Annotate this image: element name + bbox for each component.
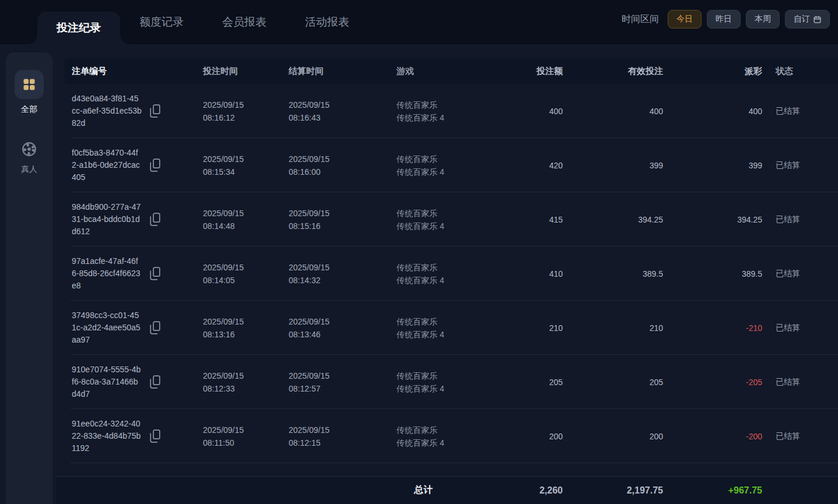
- settle-time: 08:16:43: [289, 111, 397, 124]
- bet-id: 97a1acfe-47af-46f6-85d8-26cf4f6623e8: [72, 255, 142, 292]
- settle-time: 08:13:46: [289, 328, 397, 341]
- total-valid-bet: 2,197.75: [563, 485, 663, 496]
- time-range-button[interactable]: 本周: [746, 10, 780, 29]
- column-header: 投注额: [490, 66, 563, 77]
- table-footer: 总计 2,260 2,197.75 +967.75: [56, 476, 838, 504]
- settle-time-cell: 2025/09/15 08:16:00: [289, 153, 397, 178]
- game-name: 传统百家乐: [397, 98, 490, 111]
- time-range-button-label: 本周: [755, 14, 771, 24]
- bet-time: 08:14:05: [203, 274, 289, 287]
- total-label: 总计: [397, 484, 490, 496]
- tab-item[interactable]: 活动报表: [286, 0, 369, 44]
- table-row: 97a1acfe-47af-46f6-85d8-26cf4f6623e8 202…: [64, 246, 838, 301]
- copy-icon[interactable]: [150, 213, 160, 226]
- bet-amount: 205: [490, 378, 563, 387]
- payout: -205: [663, 378, 762, 387]
- payout: -200: [663, 432, 762, 441]
- bet-time-cell: 2025/09/15 08:12:33: [203, 369, 289, 395]
- bet-id: 37498cc3-cc01-451c-a2d2-4aee50a5aa97: [72, 309, 142, 346]
- settle-time-cell: 2025/09/15 08:15:16: [289, 207, 397, 232]
- time-range-button-label: 自订: [794, 14, 810, 24]
- bet-time-cell: 2025/09/15 08:11:50: [203, 424, 289, 449]
- tab-item[interactable]: 额度记录: [120, 0, 203, 44]
- tab-item[interactable]: 会员报表: [203, 0, 286, 44]
- game-cell: 传统百家乐 传统百家乐 4: [397, 369, 490, 395]
- status-text: 已结算: [762, 323, 838, 333]
- table-row: f0cf5ba3-8470-44f2-a1b6-0de27dcac405 202…: [64, 138, 838, 192]
- game-cell: 传统百家乐 传统百家乐 4: [397, 153, 490, 178]
- valid-bet: 394.25: [563, 215, 663, 224]
- bet-id: 91ee0c24-3242-4022-833e-4d84b75b1192: [72, 418, 142, 454]
- copy-icon[interactable]: [150, 104, 160, 118]
- settle-date: 2025/09/15: [289, 369, 397, 382]
- sidebar-item-live[interactable]: 真人: [15, 139, 44, 175]
- bet-date: 2025/09/15: [203, 153, 289, 165]
- bet-date: 2025/09/15: [203, 315, 289, 328]
- sidebar-item-all[interactable]: 全部: [15, 70, 44, 115]
- payout: 394.25: [663, 215, 762, 224]
- column-header: 游戏: [397, 65, 490, 77]
- copy-icon[interactable]: [150, 267, 160, 280]
- column-header: 派彩: [663, 66, 762, 77]
- sidebar-item-live-label: 真人: [21, 164, 37, 175]
- time-filter: 时间区间 今日昨日本周自订: [622, 10, 830, 29]
- settle-date: 2025/09/15: [289, 98, 397, 111]
- game-table: 传统百家乐 4: [397, 274, 490, 287]
- column-header: 投注时间: [203, 65, 289, 77]
- game-cell: 传统百家乐 传统百家乐 4: [397, 98, 490, 124]
- copy-icon[interactable]: [150, 429, 160, 443]
- betting-records-screen: 投注纪录额度记录会员报表活动报表 时间区间 今日昨日本周自订 全部: [0, 0, 838, 504]
- table-header: 注单编号投注时间结算时间游戏投注额有效投注派彩状态: [64, 58, 838, 84]
- settle-time: 08:12:15: [289, 436, 397, 449]
- game-name: 传统百家乐: [397, 153, 490, 165]
- game-table: 传统百家乐 4: [397, 220, 490, 232]
- game-cell: 传统百家乐 传统百家乐 4: [397, 424, 490, 449]
- time-range-button[interactable]: 昨日: [707, 10, 741, 29]
- bet-id: 984db900-277a-4731-bca4-bddc0b1dd612: [72, 201, 142, 238]
- status-text: 已结算: [762, 431, 838, 442]
- bet-amount: 200: [490, 432, 563, 441]
- valid-bet: 389.5: [563, 269, 663, 279]
- time-range-button[interactable]: 自订: [785, 10, 830, 29]
- settle-time-cell: 2025/09/15 08:13:46: [289, 315, 397, 341]
- settle-time: 08:15:16: [289, 220, 397, 232]
- bet-id-cell: 91ee0c24-3242-4022-833e-4d84b75b1192: [72, 418, 203, 454]
- copy-icon[interactable]: [150, 375, 160, 389]
- bet-time: 08:16:12: [203, 111, 289, 124]
- settle-time: 08:14:32: [289, 274, 397, 287]
- bet-date: 2025/09/15: [203, 369, 289, 382]
- total-bet-amount: 2,260: [490, 485, 563, 496]
- copy-icon[interactable]: [150, 321, 160, 334]
- game-name: 传统百家乐: [397, 369, 490, 382]
- bet-id-cell: 984db900-277a-4731-bca4-bddc0b1dd612: [72, 201, 203, 238]
- time-range-button[interactable]: 今日: [668, 10, 702, 29]
- settle-time: 08:16:00: [289, 165, 397, 178]
- game-table: 传统百家乐 4: [397, 165, 490, 178]
- game-cell: 传统百家乐 传统百家乐 4: [397, 207, 490, 232]
- bet-time-cell: 2025/09/15 08:16:12: [203, 98, 289, 124]
- bet-time-cell: 2025/09/15 08:13:16: [203, 315, 289, 341]
- status-text: 已结算: [762, 214, 838, 225]
- time-filter-label: 时间区间: [622, 13, 659, 26]
- tab-bar: 投注纪录额度记录会员报表活动报表: [37, 0, 369, 44]
- bet-amount: 410: [490, 269, 563, 279]
- game-table: 传统百家乐 4: [397, 382, 490, 395]
- bet-id-cell: 910e7074-5555-4bf6-8c0a-3a71466bd4d7: [72, 364, 203, 400]
- bet-time: 08:14:48: [203, 220, 289, 232]
- bet-amount: 400: [490, 107, 563, 116]
- bet-amount: 420: [490, 161, 563, 170]
- tab-active[interactable]: 投注纪录: [37, 12, 120, 44]
- bet-date: 2025/09/15: [203, 424, 289, 436]
- column-header: 有效投注: [563, 66, 663, 77]
- status-text: 已结算: [762, 160, 838, 171]
- bet-id-cell: f0cf5ba3-8470-44f2-a1b6-0de27dcac405: [72, 147, 203, 184]
- table-row: 37498cc3-cc01-451c-a2d2-4aee50a5aa97 202…: [64, 301, 838, 355]
- copy-icon[interactable]: [150, 158, 160, 172]
- payout: 399: [663, 161, 762, 170]
- table-body: d43e0a84-3f81-45cc-a6ef-35d1ec53b82d 202…: [64, 84, 838, 463]
- sidebar: 全部 真人: [6, 52, 52, 504]
- bet-amount: 415: [490, 215, 563, 224]
- valid-bet: 399: [563, 161, 663, 170]
- table-row: d43e0a84-3f81-45cc-a6ef-35d1ec53b82d 202…: [64, 84, 838, 138]
- total-payout: +967.75: [663, 485, 762, 496]
